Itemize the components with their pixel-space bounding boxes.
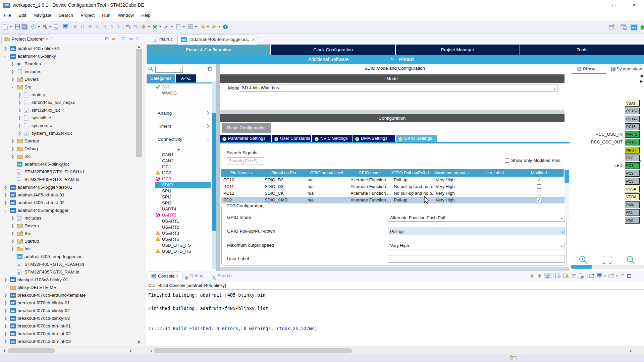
chip-pin-ph1o[interactable]: PH1-O.. [625,139,640,145]
peripheral-item-usb_otg_hs[interactable]: !USB_OTG_HS [162,249,191,255]
expand-arrow-icon[interactable]: ❯ [11,239,14,243]
tab-tools[interactable]: Tools [520,45,644,55]
expand-arrow-icon[interactable]: ❯ [4,316,7,320]
tree-item[interactable]: ❯.csystem_stm32f4xx.c [0,130,139,137]
column-header-4[interactable]: GPIO Pull-up/Pull-d... [391,169,433,177]
tree-item[interactable]: ❯IDEbreakout-f070cb-btn-int-02 [0,330,139,338]
peripheral-item-can2[interactable]: CAN2 [162,158,174,164]
modified-checkbox[interactable] [537,198,541,202]
settings-tab-dma-settings[interactable]: ✔DMA Settings [353,135,395,142]
chip-pin-vbat[interactable]: VBAT [625,100,640,107]
tab-pinout-configuration[interactable]: Pinout & Configuration [147,45,270,55]
toolbar-stepg-icon[interactable] [109,24,114,30]
editor-hscrollbar[interactable]: ‹ › [148,347,642,353]
peripheral-item-usart2[interactable]: USART2 [162,225,179,231]
expand-arrow-icon[interactable]: ❯ [18,116,21,120]
expand-arrow-icon[interactable]: ❯ [18,108,21,112]
editor-tab-main-c[interactable]: .c main.c [149,35,177,45]
chip-pin-pa0[interactable]: PA0-.. [625,201,640,208]
view-menu-icon[interactable]: ▽ [121,36,125,41]
toolbar-hammer-icon[interactable] [42,24,48,30]
tab-console[interactable]: Console ✕ [148,272,183,281]
tree-item[interactable]: ❯CSrc [0,230,139,238]
gear-icon[interactable] [207,66,213,72]
tree-item[interactable]: ❯.cstm32f4xx_it.c [0,107,139,114]
console-lock-scroll-icon[interactable] [563,273,569,280]
toolbar-stepg-icon[interactable] [103,24,107,30]
menu-project[interactable]: Project [77,11,98,18]
toolbar-ng-icon[interactable]: N [95,24,100,30]
settings-tab-parameter-settings[interactable]: ✔Parameter Settings [220,135,271,142]
toolbar-dd-icon[interactable] [49,24,52,30]
collapse-right-icon[interactable]: ▶ [640,79,643,83]
toolbar-clock-icon[interactable] [31,24,36,30]
expand-arrow-icon[interactable]: ❯ [11,77,14,81]
zoom-in-icon[interactable] [578,255,588,264]
expand-arrow-icon[interactable]: ❯ [11,139,14,143]
expand-arrow-icon[interactable]: ❯ [11,247,14,251]
expand-arrow-icon[interactable]: ❯ [11,154,14,159]
tree-item[interactable]: ❯.cmain.c [0,91,139,99]
expand-arrow-icon[interactable]: ❯ [11,62,14,66]
console-pin-console-icon[interactable] [555,273,560,280]
console-dd-icon[interactable] [615,273,618,280]
settings-tab-user-constants[interactable]: ✔User Constants [272,135,311,142]
tree-item[interactable]: ❯IDEbreakout-f070cb-arduino-template [0,292,139,299]
menu-run[interactable]: Run [98,11,114,18]
mx-perspective-icon[interactable]: MX [630,24,638,30]
chip-pin-pc3[interactable]: PC3 [625,178,640,185]
toolbar-floppy-icon[interactable] [15,24,20,30]
tab-project-manager[interactable]: Project Manager [396,45,520,55]
menu-help[interactable]: Help [138,11,154,18]
category-analog[interactable]: Analog [158,111,172,116]
tree-item[interactable]: ❯IDEadafruit-f405-sd-test-01 [0,191,139,199]
toolbar-dd-icon[interactable] [218,24,221,30]
tree-item[interactable]: ❯IDEadafruit-f405-logger-test-01 [0,184,139,191]
tree-item[interactable]: blinky-DELETE-ME [0,284,139,292]
pin-row-pc12[interactable]: PC12SDIO_CKn/aAlternate Function ...No p… [221,190,565,197]
expand-arrow-icon[interactable]: ❯ [4,278,7,282]
expand-arrow-icon[interactable]: ❯ [18,93,21,97]
peripheral-item-i2c1[interactable]: I2C1 [162,164,171,170]
tree-item[interactable]: ❯IDEbreakout-f070cb-btn-int-01 [0,322,139,330]
menu-file[interactable]: File [0,11,15,18]
tree-item[interactable]: ❯IDEadafruit-f405-blink-01 [0,45,139,53]
pinout-menu-button[interactable]: Pinout [399,57,414,62]
peripheral-item-usart1[interactable]: USART1 [162,219,179,225]
tab-a-to-z[interactable]: A->Z [176,74,196,82]
chip-pin-pa1[interactable]: PA1 [625,209,640,216]
project-explorer-tab[interactable]: Project Explorer ✕ [1,34,52,44]
chip-pin-nrst[interactable]: NRST [625,147,640,154]
toolbar-dd-icon[interactable] [182,24,185,30]
explorer-hscrollbar[interactable]: ‹ › [1,347,138,353]
expand-arrow-icon[interactable]: ❯ [4,46,7,51]
signal-search-input[interactable]: Search (Crtl+F) [227,157,264,165]
menu-edit[interactable]: Edit [15,11,30,18]
tree-item[interactable]: ❯CDrivers [0,222,139,230]
chip-pin-pc2[interactable]: PC2 [625,170,640,177]
tree-item[interactable]: ❯hIncludes [0,215,139,222]
field-gpio-pull-up-pull-down[interactable]: Pull-up˅ [388,228,565,235]
tree-item[interactable]: ❯IDEbreakout-f070cb-blinky-02 [0,307,139,315]
peripheral-item-usart6[interactable]: !USART6 [162,237,179,243]
toolbar-fwd-icon[interactable] [211,24,217,30]
tree-item[interactable]: ❯IDEbreakout-f070cb-blinky-01 [0,299,139,307]
category-connectivity[interactable]: Connectivity [158,137,182,142]
tree-item[interactable]: ❯IDEadafruit-f405-sd-test-02 [0,199,139,207]
toolbar-dd-icon[interactable] [38,24,40,30]
toolbar-traceg-icon[interactable] [133,24,138,30]
expand-arrow-icon[interactable]: ❯ [11,69,14,74]
expand-arrow-icon[interactable]: ❯ [4,308,7,313]
tree-item[interactable]: MXadafruit-f405-blinky.ioc [0,161,139,168]
expand-arrow-icon[interactable]: ❯ [4,193,7,197]
column-header-6[interactable]: User Label [473,169,514,177]
toolbar-grid-icon[interactable] [188,24,193,30]
chip-pin-vssa[interactable]: VSSA [625,186,640,192]
tree-item[interactable]: ❯hIncludes [0,68,139,76]
tree-item[interactable]: ⌄IDEadafruit-f405-blinky [0,53,139,60]
panel-splitter[interactable] [216,64,220,271]
c-perspective-icon[interactable]: C [621,24,627,30]
debug-perspective-icon[interactable] [640,24,644,30]
tree-item[interactable]: ❯.csysmem.c [0,122,139,130]
toolbar-note-icon[interactable] [176,24,181,30]
